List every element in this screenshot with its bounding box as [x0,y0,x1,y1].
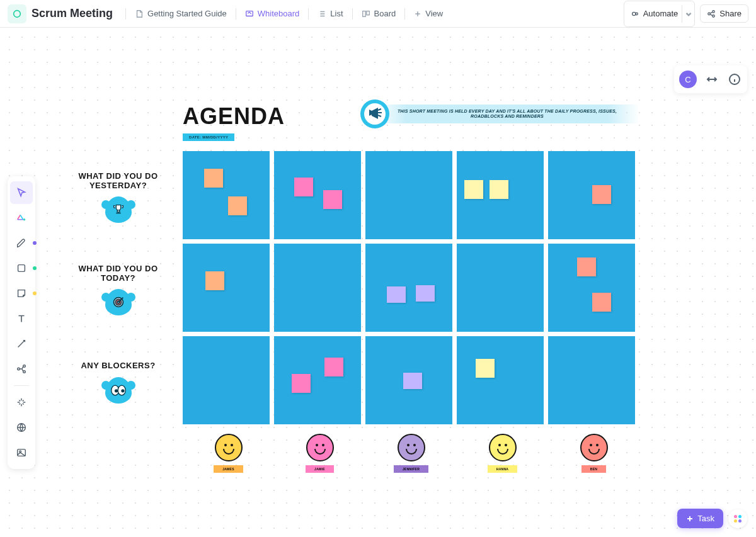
grid-cell[interactable] [274,151,361,239]
grid-cell[interactable] [457,244,544,332]
tab-list[interactable]: List [310,5,350,22]
date-tag[interactable]: DATE: MM/DD/YYYY [183,133,234,141]
tab-label: Whiteboard [258,9,299,18]
tab-add-view[interactable]: View [406,5,450,22]
grid-cell[interactable] [548,151,635,239]
sticky-note[interactable] [324,358,343,376]
apps-icon[interactable] [728,509,747,528]
tool-shape[interactable] [10,257,33,280]
tab-board[interactable]: Board [354,5,404,22]
tool-sticky[interactable] [10,282,33,305]
grid-cell[interactable] [183,244,270,332]
row-labels: WHAT DID YOU DO YESTERDAY? WHAT DID YOU … [66,151,170,429]
divider [308,8,309,20]
sticky-note[interactable] [577,257,596,276]
sticky-note[interactable] [205,271,224,290]
tool-connector[interactable] [10,332,33,355]
grid-cell[interactable] [548,244,635,332]
person-name[interactable]: BEN [581,465,606,473]
svg-point-4 [632,12,635,15]
chevron-down-icon[interactable] [682,5,694,23]
svg-point-25 [121,389,124,392]
sticky-note[interactable] [476,359,495,378]
avatar[interactable]: C [679,71,697,88]
topbar: Scrum Meeting Getting Started Guide Whit… [0,0,756,28]
grid-cell[interactable] [274,244,361,332]
fit-width-icon[interactable] [704,72,719,87]
tab-label: View [425,9,443,18]
sticky-note[interactable] [403,373,422,389]
sticky-note[interactable] [204,169,223,188]
grid-cell[interactable] [274,336,361,424]
person-name[interactable]: JAMES [214,465,243,473]
grid-cell[interactable] [365,151,452,239]
tool-separator [14,385,29,386]
sticky-note[interactable] [292,374,311,393]
tab-label: List [330,9,343,18]
automate-label: Automate [643,9,679,18]
target-icon [105,289,132,315]
tool-palette [8,176,35,469]
person: JAMES [183,434,274,473]
tool-web[interactable] [10,416,33,439]
automate-button[interactable]: Automate [624,1,696,27]
folder-icon[interactable] [8,4,26,23]
divider [352,8,353,20]
grid-cell[interactable] [548,336,635,424]
tab-getting-started[interactable]: Getting Started Guide [127,5,234,22]
divider [125,8,126,20]
sticky-note[interactable] [323,190,342,209]
person-name[interactable]: JAMIE [306,465,334,473]
page-title[interactable]: Scrum Meeting [32,7,113,20]
row-label: ANY BLOCKERS? [66,336,170,429]
sticky-note[interactable] [592,293,611,312]
sticky-note[interactable] [387,286,406,303]
person: JENNIFER [365,434,457,473]
smiley-icon [215,434,243,461]
sticky-note[interactable] [490,180,508,199]
sticky-note[interactable] [464,180,483,199]
board-content: AGENDA DATE: MM/DD/YYYY THIS SHORT MEETI… [66,103,639,141]
megaphone-icon [359,98,391,130]
grid-cell[interactable] [183,336,270,424]
tool-pen[interactable] [10,232,33,254]
svg-point-5 [636,13,638,15]
svg-rect-10 [18,265,25,272]
tab-whiteboard[interactable]: Whiteboard [238,5,307,22]
svg-point-0 [14,10,21,17]
sticky-note[interactable] [294,178,313,196]
info-icon[interactable] [727,72,742,87]
grid-cell[interactable] [365,244,452,332]
svg-point-7 [713,10,715,13]
view-tabs: Getting Started Guide Whiteboard List Bo… [125,5,450,22]
tool-mindmap[interactable] [10,358,33,380]
person: HANNA [457,434,548,473]
divider [236,8,236,20]
share-button[interactable]: Share [700,4,748,23]
grid-cell[interactable] [183,151,270,239]
tool-text[interactable] [10,307,33,330]
task-button[interactable]: Task [677,509,723,528]
grid-cell[interactable] [365,336,452,424]
smiley-icon [489,434,517,461]
sticky-note[interactable] [228,196,247,215]
canvas-controls: C [674,65,747,93]
svg-point-8 [713,14,715,17]
svg-point-11 [18,368,20,370]
sticky-note[interactable] [416,285,435,302]
person-name[interactable]: HANNA [488,465,518,473]
grid-cell[interactable] [457,336,544,424]
svg-point-6 [708,13,711,15]
person-name[interactable]: JENNIFER [394,465,428,473]
person: BEN [548,434,639,473]
share-label: Share [719,9,742,18]
tool-ai-shapes[interactable] [10,206,33,229]
tool-image[interactable] [10,441,33,464]
whiteboard-canvas[interactable]: C AGENDA DATE: MM/DD/YYYY THIS SHORT MEE… [0,28,756,537]
topbar-right: Automate Share [624,1,748,27]
tool-select[interactable] [10,181,33,204]
callout-banner[interactable]: THIS SHORT MEETING IS HELD EVERY DAY AND… [375,105,639,123]
grid-cell[interactable] [457,151,544,239]
sticky-note[interactable] [592,185,611,204]
tool-ai-sparkle[interactable] [10,391,33,414]
